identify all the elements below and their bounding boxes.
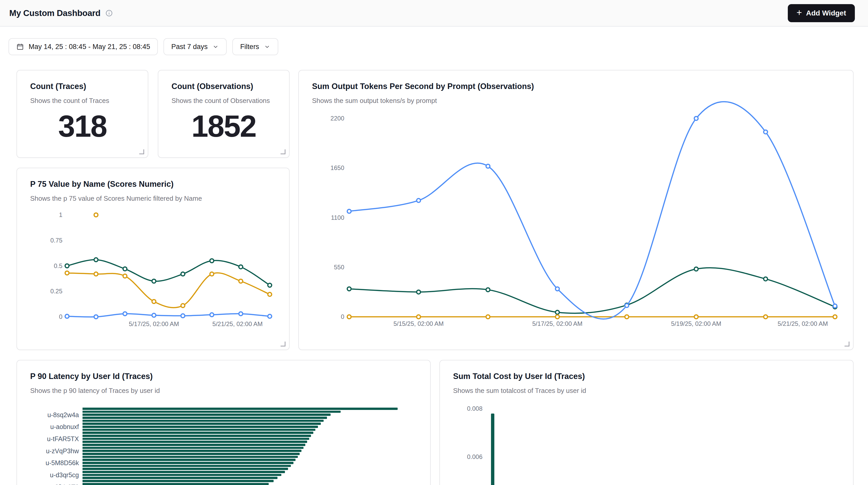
info-icon[interactable] — [105, 9, 113, 17]
data-point-marker[interactable] — [347, 210, 351, 213]
latency-bar[interactable] — [83, 438, 309, 440]
filters-dropdown[interactable]: Filters — [232, 38, 278, 55]
data-point-marker[interactable] — [94, 213, 98, 217]
data-point-marker[interactable] — [268, 283, 272, 287]
latency-bar[interactable] — [83, 468, 288, 470]
chevron-down-icon — [212, 43, 219, 50]
latency-bar[interactable] — [83, 441, 307, 443]
latency-bar[interactable] — [83, 483, 269, 485]
latency-bar[interactable] — [83, 432, 313, 434]
data-point-marker[interactable] — [486, 315, 490, 319]
latency-bar[interactable] — [83, 426, 318, 428]
data-point-marker[interactable] — [152, 279, 156, 283]
data-point-marker[interactable] — [181, 272, 185, 276]
data-point-marker[interactable] — [268, 314, 272, 319]
data-point-marker[interactable] — [555, 287, 559, 291]
data-point-marker[interactable] — [417, 290, 421, 294]
filter-toolbar: May 14, 25 : 08:45 - May 21, 25 : 08:45 … — [8, 38, 278, 55]
data-point-marker[interactable] — [65, 314, 69, 319]
resize-handle-icon[interactable] — [281, 149, 285, 154]
data-point-marker[interactable] — [268, 293, 272, 296]
latency-bar[interactable] — [83, 480, 274, 482]
date-range-picker[interactable]: May 14, 25 : 08:45 - May 21, 25 : 08:45 — [8, 38, 158, 55]
resize-handle-icon[interactable] — [139, 149, 144, 154]
widget-subtitle: Shows the count of Traces — [30, 97, 109, 105]
widget-title: Count (Observations) — [172, 82, 253, 91]
data-point-marker[interactable] — [347, 287, 351, 291]
widget-title: Sum Output Tokens Per Second by Prompt (… — [312, 82, 534, 91]
y-axis-tick-label: 0.008 — [442, 405, 483, 413]
data-point-marker[interactable] — [694, 315, 698, 319]
latency-bar[interactable] — [83, 444, 305, 446]
data-point-marker[interactable] — [210, 313, 214, 317]
data-point-marker[interactable] — [65, 271, 69, 275]
user-id-axis-label: u-d3qr5cg — [17, 471, 79, 479]
data-point-marker[interactable] — [694, 267, 698, 271]
resize-handle-icon[interactable] — [281, 341, 285, 346]
data-point-marker[interactable] — [152, 300, 156, 303]
latency-bar[interactable] — [83, 423, 321, 425]
data-point-marker[interactable] — [65, 264, 69, 268]
data-point-marker[interactable] — [625, 304, 629, 307]
y-axis-tick-label: 2200 — [331, 115, 344, 122]
latency-bar[interactable] — [83, 447, 304, 449]
y-axis-tick-label: 0.006 — [442, 453, 483, 461]
resize-handle-icon[interactable] — [844, 341, 849, 346]
data-point-marker[interactable] — [94, 315, 98, 319]
latency-bar[interactable] — [83, 435, 311, 437]
latency-bar[interactable] — [83, 450, 302, 452]
data-point-marker[interactable] — [239, 265, 243, 269]
y-axis-tick-label: 0.25 — [50, 287, 62, 295]
data-point-marker[interactable] — [152, 313, 156, 317]
cost-bar[interactable] — [491, 414, 494, 485]
data-point-marker[interactable] — [239, 312, 243, 316]
y-axis-tick-label: 1 — [59, 211, 62, 218]
data-point-marker[interactable] — [94, 272, 98, 276]
data-point-marker[interactable] — [123, 274, 127, 278]
latency-bar[interactable] — [83, 471, 285, 473]
user-id-axis-label: u-8sq2w4a — [17, 411, 79, 419]
add-widget-button[interactable]: + Add Widget — [788, 4, 855, 22]
latency-bar[interactable] — [83, 420, 323, 422]
data-point-marker[interactable] — [555, 310, 559, 314]
data-point-marker[interactable] — [486, 288, 490, 292]
latency-bar[interactable] — [83, 453, 300, 455]
data-point-marker[interactable] — [764, 130, 768, 134]
data-point-marker[interactable] — [210, 259, 214, 263]
latency-bar[interactable] — [83, 417, 327, 419]
data-point-marker[interactable] — [833, 315, 837, 319]
data-point-marker[interactable] — [417, 315, 421, 319]
line-series-orange — [67, 273, 270, 308]
filters-label: Filters — [240, 43, 259, 51]
latency-bar[interactable] — [83, 407, 398, 410]
data-point-marker[interactable] — [210, 272, 214, 276]
data-point-marker[interactable] — [94, 258, 98, 262]
latency-bar[interactable] — [83, 459, 296, 461]
data-point-marker[interactable] — [625, 315, 629, 319]
data-point-marker[interactable] — [123, 312, 127, 316]
data-point-marker[interactable] — [347, 315, 351, 319]
data-point-marker[interactable] — [555, 315, 559, 319]
data-point-marker[interactable] — [417, 199, 421, 203]
x-axis-tick-label: 5/17/25, 02:00 AM — [532, 320, 583, 327]
data-point-marker[interactable] — [833, 304, 837, 308]
data-point-marker[interactable] — [694, 117, 698, 120]
latency-bar[interactable] — [83, 429, 315, 431]
latency-bar[interactable] — [83, 411, 341, 413]
latency-bar[interactable] — [83, 465, 291, 467]
range-preset-dropdown[interactable]: Past 7 days — [163, 38, 227, 55]
widget-title: Sum Total Cost by User Id (Traces) — [453, 372, 585, 381]
data-point-marker[interactable] — [181, 304, 185, 307]
data-point-marker[interactable] — [764, 277, 768, 281]
tokens-chart-canvas: 05501100165022005/15/25, 02:00 AM5/17/25… — [299, 70, 853, 350]
data-point-marker[interactable] — [239, 279, 243, 283]
latency-bar[interactable] — [83, 414, 331, 416]
data-point-marker[interactable] — [764, 315, 768, 319]
latency-bar[interactable] — [83, 456, 298, 458]
latency-bar[interactable] — [83, 462, 293, 464]
data-point-marker[interactable] — [181, 314, 185, 318]
data-point-marker[interactable] — [486, 164, 490, 168]
latency-bar[interactable] — [83, 474, 281, 476]
data-point-marker[interactable] — [123, 267, 127, 271]
latency-bar[interactable] — [83, 477, 277, 479]
